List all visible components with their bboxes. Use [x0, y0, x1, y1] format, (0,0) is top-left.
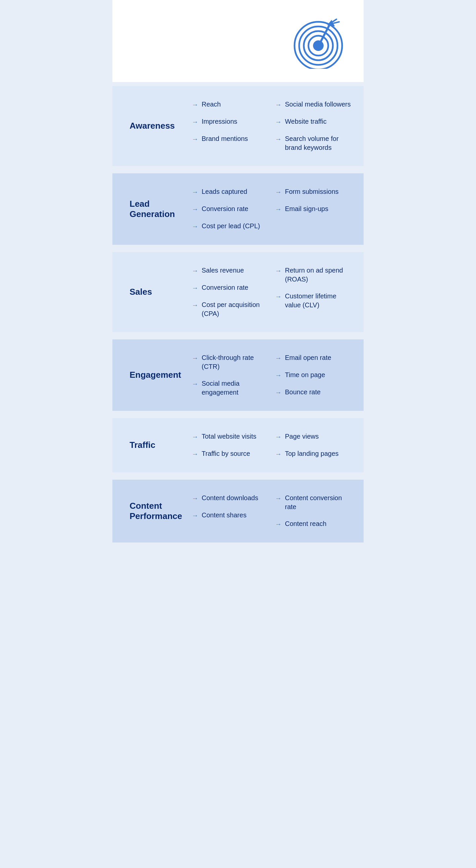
metric-item: →Reach: [192, 98, 268, 111]
section-row-content-performance: Content Performance→Content downloads→Co…: [112, 479, 364, 542]
metric-item: →Conversion rate: [192, 203, 268, 216]
section-row-awareness: Awareness→Reach→Impressions→Brand mentio…: [112, 86, 364, 166]
arrow-icon: →: [192, 450, 198, 459]
metric-text: Click-through rate (CTR): [202, 353, 268, 371]
arrow-icon: →: [275, 292, 282, 301]
metrics-col-traffic: →Total website visits→Traffic by source→…: [185, 418, 364, 472]
metric-item: →Top landing pages: [275, 447, 352, 461]
metrics-col-awareness: →Reach→Impressions→Brand mentions→Social…: [185, 86, 364, 166]
metric-text: Total website visits: [202, 432, 268, 441]
metric-text: Return on ad spend (ROAS): [285, 266, 352, 284]
metrics-list-col2-sales: →Return on ad spend (ROAS)→Customer life…: [275, 264, 352, 320]
metric-item: →Customer lifetime value (CLV): [275, 290, 352, 312]
metric-text: Page views: [285, 432, 352, 441]
metrics-list-col1-engagement: →Click-through rate (CTR)→Social media e…: [192, 351, 268, 399]
metric-item: →Bounce rate: [275, 386, 352, 399]
metric-item: →Sales revenue: [192, 264, 268, 277]
arrow-icon: →: [275, 100, 282, 109]
arrow-icon: →: [275, 450, 282, 459]
arrow-icon: →: [192, 188, 198, 196]
arrow-icon: →: [192, 100, 198, 109]
section-row-lead-generation: Lead Generation→Leads captured→Conversio…: [112, 173, 364, 245]
sections-wrapper: Awareness→Reach→Impressions→Brand mentio…: [112, 82, 364, 547]
metric-text: Social media followers: [285, 100, 352, 109]
section-label-col-sales: Sales: [112, 252, 185, 332]
metrics-list-col1-lead-generation: →Leads captured→Conversion rate→Cost per…: [192, 185, 268, 233]
arrow-icon: →: [275, 520, 282, 529]
arrow-icon: →: [192, 205, 198, 214]
metric-text: Email open rate: [285, 353, 352, 362]
svg-point-4: [313, 40, 324, 51]
metric-text: Content conversion rate: [285, 494, 352, 512]
arrow-icon: →: [192, 353, 198, 363]
section-label-col-awareness: Awareness: [112, 86, 185, 166]
arrow-icon: →: [275, 205, 282, 214]
arrow-icon: →: [192, 379, 198, 389]
header-section: [112, 0, 364, 82]
metric-item: →Social media engagement: [192, 377, 268, 399]
arrow-icon: →: [192, 135, 198, 144]
metrics-col-engagement: →Click-through rate (CTR)→Social media e…: [185, 339, 364, 411]
arrow-icon: →: [275, 371, 282, 380]
section-label-lead-generation: Lead Generation: [130, 199, 175, 219]
metric-item: →Content reach: [275, 517, 352, 531]
metrics-list-col1-awareness: →Reach→Impressions→Brand mentions: [192, 98, 268, 154]
arrow-icon: →: [275, 494, 282, 503]
metric-text: Time on page: [285, 371, 352, 379]
section-label-engagement: Engagement: [130, 370, 181, 380]
metric-text: Leads captured: [202, 187, 268, 196]
metric-text: Website traffic: [285, 117, 352, 126]
arrow-icon: →: [275, 353, 282, 363]
metrics-list-col2-awareness: →Social media followers→Website traffic→…: [275, 98, 352, 154]
metric-item: →Email sign-ups: [275, 203, 352, 216]
section-label-awareness: Awareness: [130, 121, 175, 131]
metric-item: →Page views: [275, 430, 352, 443]
section-label-col-engagement: Engagement: [112, 339, 185, 411]
arrow-icon: →: [275, 266, 282, 275]
arrow-icon: →: [192, 283, 198, 292]
metric-item: →Social media followers: [275, 98, 352, 111]
metric-text: Search volume for brand keywords: [285, 134, 352, 152]
metrics-list-col1-content-performance: →Content downloads→Content shares: [192, 492, 268, 531]
target-icon: [294, 16, 346, 69]
metric-text: Form submissions: [285, 187, 352, 196]
metric-text: Content reach: [285, 519, 352, 528]
metric-item: →Website traffic: [275, 115, 352, 128]
metric-text: Cost per lead (CPL): [202, 222, 268, 230]
metrics-col-lead-generation: →Leads captured→Conversion rate→Cost per…: [185, 173, 364, 245]
section-row-sales: Sales→Sales revenue→Conversion rate→Cost…: [112, 252, 364, 332]
metric-item: →Content shares: [192, 509, 268, 522]
metric-item: →Total website visits: [192, 430, 268, 443]
page-wrapper: Awareness→Reach→Impressions→Brand mentio…: [112, 0, 364, 547]
metric-text: Bounce rate: [285, 388, 352, 397]
arrow-icon: →: [192, 494, 198, 503]
svg-line-7: [333, 19, 337, 22]
arrow-icon: →: [275, 118, 282, 126]
metric-text: Content shares: [202, 511, 268, 520]
metric-item: →Click-through rate (CTR): [192, 351, 268, 373]
metrics-col-content-performance: →Content downloads→Content shares→Conten…: [185, 479, 364, 542]
main-title: [130, 16, 287, 33]
metric-item: →Search volume for brand keywords: [275, 132, 352, 154]
metric-text: Top landing pages: [285, 449, 352, 458]
metrics-list-col2-traffic: →Page views→Top landing pages: [275, 430, 352, 461]
arrow-icon: →: [192, 266, 198, 275]
metric-text: Cost per acquisition (CPA): [202, 300, 268, 318]
arrow-icon: →: [192, 301, 198, 310]
arrow-icon: →: [275, 432, 282, 441]
metric-item: →Email open rate: [275, 351, 352, 365]
arrow-icon: →: [275, 388, 282, 397]
arrow-icon: →: [192, 118, 198, 126]
metric-item: →Cost per lead (CPL): [192, 220, 268, 233]
metric-item: →Brand mentions: [192, 132, 268, 146]
metric-item: →Conversion rate: [192, 281, 268, 294]
metrics-list-col2-lead-generation: →Form submissions→Email sign-ups: [275, 185, 352, 233]
section-label-sales: Sales: [130, 287, 152, 297]
section-label-traffic: Traffic: [130, 440, 156, 450]
section-label-col-traffic: Traffic: [112, 418, 185, 472]
metric-item: →Cost per acquisition (CPA): [192, 299, 268, 320]
metric-text: Social media engagement: [202, 379, 268, 397]
arrow-icon: →: [192, 432, 198, 441]
svg-line-8: [334, 22, 339, 23]
metric-text: Conversion rate: [202, 283, 268, 292]
